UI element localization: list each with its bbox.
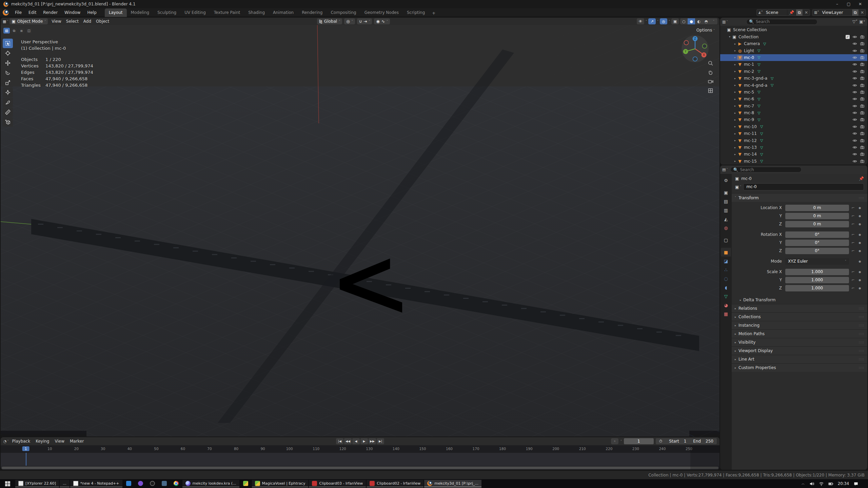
expand-arrow-icon[interactable]: ▸ (733, 104, 737, 107)
properties-tab-collection[interactable]: ▢ (721, 236, 731, 244)
shading-material-icon[interactable]: ◐ (695, 18, 703, 24)
viewport-scene[interactable] (1, 25, 719, 436)
panel-instancing[interactable]: ▸Instancing:::: (732, 321, 867, 329)
auto-key-toggle[interactable]: ◦ (611, 438, 618, 444)
new-collection-icon[interactable]: ▣⁺ (859, 19, 865, 24)
jump-start-button[interactable]: |◀ (336, 438, 343, 444)
expand-arrow-icon[interactable]: ▸ (733, 139, 737, 142)
jump-end-button[interactable]: ▶| (377, 438, 384, 444)
menu-edit[interactable]: Edit (25, 8, 40, 17)
lock-icon[interactable]: ⌐ (849, 270, 857, 274)
outliner-row-mc-14[interactable]: ▸▼mc-14▽ (720, 151, 867, 158)
panel-viewport-display[interactable]: ▸Viewport Display:::: (732, 346, 867, 355)
shading-rendered-icon[interactable]: ◓ (703, 18, 710, 24)
tab-rendering[interactable]: Rendering (298, 8, 327, 17)
snap-group[interactable]: ∪ ⇥˅ (357, 18, 372, 24)
blender-app-icon[interactable] (3, 9, 9, 16)
mode-intersect-icon[interactable]: ◫ (26, 28, 32, 34)
expand-arrow-icon[interactable]: ▸ (733, 132, 737, 135)
outliner-search[interactable]: 🔍 Search (746, 19, 817, 25)
battery-icon[interactable] (828, 481, 833, 486)
menu-render[interactable]: Render (40, 8, 61, 17)
taskbar-item-clipboard03-irfanview[interactable]: Clipboard03 - IrfanView (309, 480, 366, 487)
disable-render-icon[interactable] (860, 131, 865, 136)
animate-dot-icon[interactable]: ● (857, 233, 863, 236)
animate-dot-icon[interactable]: ● (857, 206, 863, 209)
next-keyframe-button[interactable]: ▶▶ (369, 438, 376, 444)
value-field[interactable]: 1.000 (785, 269, 849, 275)
viewport-menu-object[interactable]: Object (94, 19, 112, 24)
timeline-scrollbar[interactable] (2, 467, 718, 469)
close-button[interactable]: ✕ (854, 0, 866, 8)
outliner-row-collection[interactable]: ▾▣Collection✓ (720, 34, 867, 40)
playhead[interactable] (26, 453, 26, 466)
value-field[interactable]: 0° (785, 240, 849, 246)
lock-icon[interactable]: ⌐ (849, 286, 857, 290)
properties-tab-scene[interactable]: ◭ (721, 215, 731, 223)
panel-relations[interactable]: ▸Relations:::: (732, 304, 867, 312)
value-field[interactable]: 0 m (785, 221, 849, 227)
lock-icon[interactable]: ⌐ (849, 206, 857, 210)
outliner-row-mc-15[interactable]: ▸▼mc-15▽ (720, 158, 867, 165)
taskbar-item-calculator-app-icon[interactable] (159, 480, 170, 487)
properties-tab-world[interactable]: ◍ (721, 223, 731, 232)
outliner-row-mc-8[interactable]: ▸▼mc-8▽ (720, 109, 867, 116)
disable-render-icon[interactable] (860, 48, 865, 53)
hide-viewport-icon[interactable] (852, 35, 857, 39)
menu-help[interactable]: Help (84, 8, 100, 17)
panel-grip-icon[interactable]: :::: (859, 196, 864, 200)
taskbar-item-vscode-icon[interactable] (123, 480, 134, 487)
expand-arrow-icon[interactable]: ▸ (733, 160, 737, 163)
menu-file[interactable]: File (12, 8, 25, 17)
animate-dot-icon[interactable]: ● (857, 279, 863, 282)
outliner-row-mc-10[interactable]: ▸▼mc-10▽ (720, 123, 867, 130)
outliner-row-camera[interactable]: ▸▶Camera▽ (720, 40, 867, 47)
hide-viewport-icon[interactable] (852, 69, 857, 74)
taskbar-item-dark-circle-app-icon[interactable] (147, 480, 158, 487)
taskbar-item-mekcity3d-01-p-prj-[interactable]: mekcity3d_01 [P:\prj_... (424, 480, 481, 487)
disable-render-icon[interactable] (860, 117, 865, 122)
hide-viewport-icon[interactable] (852, 48, 857, 53)
outliner-row-mc-0[interactable]: ▸▼mc-0▽ (720, 54, 867, 61)
hide-viewport-icon[interactable] (852, 83, 857, 88)
animate-dot-icon[interactable]: ● (857, 260, 863, 263)
xray-toggle[interactable]: ▣ (671, 18, 679, 24)
value-field[interactable]: 0° (785, 248, 849, 254)
tray-clock[interactable]: 20:34 (838, 481, 849, 486)
outliner-row-scene-collection[interactable]: ▣Scene Collection (720, 26, 867, 33)
rotation-mode-dropdown[interactable]: XYZ Euler˅ (785, 258, 849, 265)
disable-render-icon[interactable] (860, 62, 865, 67)
camera-view-icon[interactable] (708, 79, 713, 84)
disable-render-icon[interactable] (860, 138, 865, 143)
notification-icon[interactable] (853, 481, 859, 486)
outliner-row-mc-4-gnd-a[interactable]: ▸▼mc-4-gnd-a▽ (720, 82, 867, 88)
expand-arrow-icon[interactable]: ▸ (733, 49, 737, 52)
hide-viewport-icon[interactable] (852, 62, 857, 67)
scene-selector[interactable]: ◭˅ Scene 📌 ⧉ ✕ (756, 9, 810, 16)
animate-dot-icon[interactable]: ● (857, 249, 863, 252)
timeline-menu-view[interactable]: View (52, 439, 67, 444)
orientation-dropdown[interactable]: ⧎ Global ˅ (317, 18, 342, 24)
tool-scale[interactable] (3, 78, 13, 87)
lock-icon[interactable]: ⌐ (849, 278, 857, 282)
disable-render-icon[interactable] (860, 90, 865, 95)
hide-viewport-icon[interactable] (852, 104, 857, 108)
outliner-row-mc-2[interactable]: ▸▼mc-2▽ (720, 68, 867, 75)
tab-animation[interactable]: Animation (269, 8, 298, 17)
tool-annotate[interactable] (3, 98, 13, 107)
outliner-row-mc-3-gnd-a[interactable]: ▸▼mc-3-gnd-a▽ (720, 75, 867, 82)
properties-editor-icon[interactable]: ▤˅ (722, 167, 728, 172)
transform-panel-header[interactable]: ˅ Transform :::: (732, 194, 867, 202)
outliner-row-mc-5[interactable]: ▸▼mc-5▽ (720, 89, 867, 96)
timeline-tracks[interactable] (1, 453, 719, 466)
overlays-toggle[interactable]: ◎ (660, 18, 667, 24)
animate-dot-icon[interactable]: ● (857, 241, 863, 244)
outliner-row-mc-1[interactable]: ▸▼mc-1▽ (720, 61, 867, 68)
value-field[interactable]: 0 m (785, 213, 849, 219)
hide-viewport-icon[interactable] (852, 124, 857, 129)
tab-uv-editing[interactable]: UV Editing (180, 8, 210, 17)
tool-select-box[interactable] (3, 39, 13, 48)
taskbar-item-magicavoxel-icon[interactable] (240, 480, 251, 487)
disable-render-icon[interactable] (860, 55, 865, 60)
mode-set-icon[interactable]: ▧ (3, 28, 10, 34)
